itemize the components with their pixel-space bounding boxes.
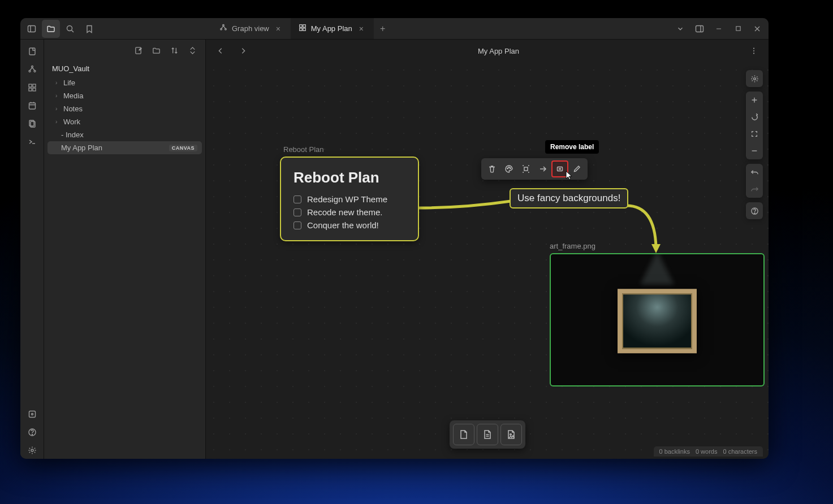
add-file-icon[interactable] (477, 424, 498, 445)
svg-rect-19 (29, 48, 35, 55)
edge-label[interactable]: Use fancy backgrounds! (510, 188, 628, 208)
graph-icon (219, 24, 227, 33)
chevron-down-icon[interactable] (671, 20, 689, 38)
svg-point-40 (31, 449, 33, 451)
nav-forward-icon[interactable] (234, 42, 252, 60)
svg-rect-11 (300, 28, 302, 31)
new-note-icon[interactable] (131, 43, 145, 58)
svg-point-5 (221, 28, 222, 30)
svg-marker-47 (651, 244, 661, 253)
canvas-new-icon[interactable] (24, 79, 41, 96)
svg-rect-16 (736, 27, 740, 31)
checkbox-icon[interactable] (294, 221, 301, 229)
fullscreen-icon[interactable] (746, 125, 763, 142)
new-folder-icon[interactable] (149, 43, 163, 58)
folder-media[interactable]: ›Media (48, 89, 202, 102)
edge-line (418, 203, 512, 215)
file-my-app-plan[interactable]: My App PlanCANVAS (48, 141, 202, 154)
zoom-in-icon[interactable] (746, 92, 763, 108)
svg-point-44 (753, 48, 754, 49)
settings-icon[interactable] (746, 70, 763, 87)
svg-rect-36 (29, 411, 35, 418)
sidebar-toggle-right-icon[interactable] (690, 20, 709, 38)
file-tree: ›Life ›Media ›Notes ›Work - Index My App… (44, 75, 205, 155)
settings-icon[interactable] (24, 442, 41, 459)
checklist-item[interactable]: Conquer the world! (294, 220, 405, 230)
svg-point-64 (510, 434, 511, 436)
svg-point-22 (34, 71, 36, 72)
add-media-icon[interactable] (500, 424, 522, 445)
close-icon[interactable]: × (274, 24, 283, 33)
edit-icon[interactable] (568, 160, 585, 177)
maximize-icon[interactable] (729, 20, 747, 38)
close-icon[interactable]: × (357, 24, 366, 33)
new-tab-button[interactable]: + (374, 18, 392, 39)
add-note-icon[interactable] (453, 424, 474, 445)
checklist-item[interactable]: Recode new theme. (294, 207, 405, 217)
vault-name[interactable]: MUO_Vault (44, 61, 205, 75)
svg-line-3 (72, 30, 74, 32)
trash-icon[interactable] (484, 160, 500, 177)
file-index[interactable]: - Index (48, 128, 202, 141)
svg-point-45 (753, 50, 754, 51)
picture-frame (618, 289, 697, 353)
svg-point-2 (67, 25, 72, 31)
daily-note-icon[interactable] (24, 97, 41, 114)
bookmark-icon[interactable] (80, 20, 98, 38)
spotlight-decoration (640, 253, 674, 285)
svg-rect-0 (28, 25, 36, 32)
tab-my-app-plan[interactable]: My App Plan × (291, 18, 374, 39)
tab-label: My App Plan (311, 24, 352, 33)
label-off-icon[interactable] (551, 160, 568, 177)
main-header: My App Plan (206, 40, 769, 62)
folder-work[interactable]: ›Work (48, 115, 202, 128)
backlinks-count[interactable]: 0 backlinks (659, 448, 690, 455)
canvas-icon (299, 24, 307, 33)
word-count: 0 words (696, 448, 718, 455)
command-palette-icon[interactable] (24, 133, 41, 150)
zoom-reset-icon[interactable] (746, 108, 763, 125)
undo-icon[interactable] (746, 164, 763, 181)
collapse-icon[interactable] (185, 43, 200, 58)
redo-icon[interactable] (746, 181, 763, 198)
files-icon[interactable] (42, 20, 60, 38)
canvas-area[interactable]: Reboot Plan Reboot Plan Redesign WP Them… (206, 62, 769, 459)
minimize-icon[interactable] (710, 20, 728, 38)
graph-view-icon[interactable] (24, 61, 41, 78)
center-icon[interactable] (517, 160, 534, 177)
palette-icon[interactable] (500, 160, 517, 177)
tab-graph-view[interactable]: Graph view × (212, 18, 291, 39)
selection-toolbar (481, 158, 588, 180)
sort-icon[interactable] (167, 43, 182, 58)
window-close-icon[interactable] (748, 20, 766, 38)
char-count: 0 characters (723, 448, 757, 455)
nav-back-icon[interactable] (212, 42, 230, 60)
titlebar: Graph view × My App Plan × + (20, 18, 769, 40)
more-icon[interactable] (745, 42, 763, 60)
folder-life[interactable]: ›Life (48, 76, 202, 89)
edge-arrow (627, 203, 672, 260)
templates-icon[interactable] (24, 115, 41, 132)
svg-line-24 (32, 68, 34, 71)
zoom-out-icon[interactable] (746, 142, 763, 159)
checkbox-icon[interactable] (294, 195, 301, 203)
canvas-card-reboot-plan[interactable]: Reboot Plan Reboot Plan Redesign WP Them… (280, 157, 419, 241)
quick-switcher-icon[interactable] (24, 43, 41, 60)
arrow-right-icon[interactable] (534, 160, 551, 177)
vault-icon[interactable] (24, 406, 41, 423)
checkbox-icon[interactable] (294, 208, 301, 216)
help-icon[interactable] (24, 424, 41, 441)
svg-point-50 (510, 168, 511, 169)
chevron-right-icon: › (55, 80, 61, 86)
svg-point-39 (32, 434, 32, 435)
svg-line-8 (223, 26, 226, 28)
search-icon[interactable] (61, 20, 79, 38)
sidebar-toggle-left-icon[interactable] (23, 20, 41, 38)
canvas-add-toolbar (450, 420, 525, 449)
svg-point-61 (754, 212, 754, 213)
folder-notes[interactable]: ›Notes (48, 102, 202, 115)
svg-rect-28 (33, 88, 36, 91)
canvas-image-card[interactable] (550, 253, 765, 386)
checklist-item[interactable]: Redesign WP Theme (294, 194, 405, 204)
help-icon[interactable] (746, 202, 763, 219)
